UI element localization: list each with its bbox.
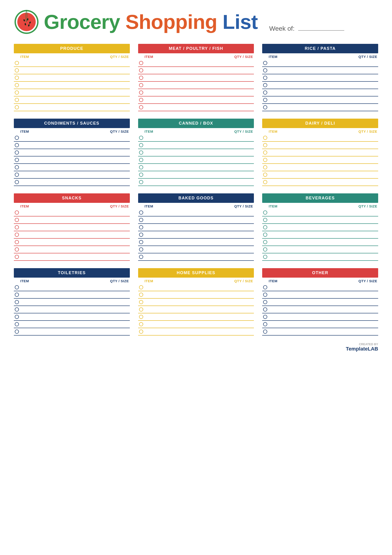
checkbox-circle[interactable]: [139, 225, 143, 229]
checkbox-circle[interactable]: [263, 105, 267, 110]
checkbox-circle[interactable]: [15, 83, 19, 87]
checkbox-circle[interactable]: [139, 315, 143, 319]
checkbox-circle[interactable]: [263, 329, 267, 334]
qty-field: [341, 136, 377, 140]
checkbox-circle[interactable]: [15, 143, 19, 147]
checkbox-circle[interactable]: [139, 173, 143, 177]
checkbox-circle[interactable]: [15, 158, 19, 162]
checkbox-circle[interactable]: [15, 247, 19, 252]
checkbox-circle[interactable]: [139, 329, 143, 334]
checkbox-circle[interactable]: [15, 225, 19, 229]
checkbox-circle[interactable]: [15, 255, 19, 259]
checkbox-circle[interactable]: [139, 233, 143, 237]
checkbox-circle[interactable]: [139, 98, 143, 102]
checkbox-circle[interactable]: [263, 180, 267, 184]
item-field: [269, 293, 341, 297]
checkbox-circle[interactable]: [263, 211, 267, 215]
checkbox-circle[interactable]: [15, 315, 19, 319]
checkbox-circle[interactable]: [263, 293, 267, 297]
checkbox-circle[interactable]: [139, 218, 143, 222]
checkbox-circle[interactable]: [15, 293, 19, 297]
checkbox-circle[interactable]: [263, 76, 267, 80]
checkbox-circle[interactable]: [139, 247, 143, 252]
page-header: Grocery Shopping List Week of:: [14, 9, 378, 35]
col-qty-home: QTY / SIZE: [234, 279, 253, 283]
checkbox-circle[interactable]: [139, 180, 143, 184]
checkbox-circle[interactable]: [139, 285, 143, 289]
checkbox-circle[interactable]: [15, 90, 19, 95]
checkbox-circle[interactable]: [139, 211, 143, 215]
checkbox-circle[interactable]: [15, 68, 19, 73]
table-row: [14, 67, 130, 74]
checkbox-circle[interactable]: [139, 83, 143, 87]
checkbox-circle[interactable]: [139, 150, 143, 155]
checkbox-circle[interactable]: [15, 329, 19, 334]
checkbox-circle[interactable]: [15, 136, 19, 140]
checkbox-circle[interactable]: [139, 105, 143, 110]
checkbox-circle[interactable]: [263, 98, 267, 102]
checkbox-circle[interactable]: [15, 76, 19, 80]
checkbox-circle[interactable]: [139, 307, 143, 312]
item-field: [145, 211, 217, 215]
checkbox-circle[interactable]: [263, 300, 267, 304]
checkbox-circle[interactable]: [15, 150, 19, 155]
checkbox-circle[interactable]: [263, 90, 267, 95]
checkbox-circle[interactable]: [15, 173, 19, 177]
checkbox-circle[interactable]: [263, 240, 267, 244]
col-headers-canned: ITEMQTY / SIZE: [138, 128, 254, 134]
checkbox-circle[interactable]: [15, 233, 19, 237]
checkbox-circle[interactable]: [139, 68, 143, 73]
checkbox-circle[interactable]: [139, 143, 143, 147]
checkbox-circle[interactable]: [15, 307, 19, 312]
checkbox-circle[interactable]: [263, 158, 267, 162]
checkbox-circle[interactable]: [15, 105, 19, 110]
checkbox-circle[interactable]: [139, 240, 143, 244]
col-qty-condiments: QTY / SIZE: [110, 130, 129, 133]
checkbox-circle[interactable]: [263, 218, 267, 222]
checkbox-circle[interactable]: [15, 211, 19, 215]
qty-field: [217, 180, 253, 184]
checkbox-circle[interactable]: [263, 143, 267, 147]
checkbox-circle[interactable]: [15, 240, 19, 244]
checkbox-circle[interactable]: [263, 233, 267, 237]
checkbox-circle[interactable]: [15, 180, 19, 184]
checkbox-circle[interactable]: [263, 307, 267, 312]
checkbox-circle[interactable]: [263, 61, 267, 65]
checkbox-circle[interactable]: [15, 61, 19, 65]
item-field: [145, 105, 217, 110]
checkbox-circle[interactable]: [263, 150, 267, 155]
checkbox-circle[interactable]: [139, 90, 143, 95]
checkbox-circle[interactable]: [15, 218, 19, 222]
checkbox-circle[interactable]: [263, 255, 267, 259]
checkbox-circle[interactable]: [139, 293, 143, 297]
checkbox-circle[interactable]: [263, 322, 267, 326]
checkbox-circle[interactable]: [139, 322, 143, 326]
checkbox-circle[interactable]: [139, 300, 143, 304]
qty-field: [93, 255, 129, 259]
qty-field: [341, 105, 377, 110]
checkbox-circle[interactable]: [263, 315, 267, 319]
item-field: [21, 68, 93, 73]
checkbox-circle[interactable]: [263, 285, 267, 289]
qty-field: [217, 300, 253, 304]
item-field: [269, 68, 341, 73]
checkbox-circle[interactable]: [139, 165, 143, 169]
checkbox-circle[interactable]: [263, 247, 267, 252]
checkbox-circle[interactable]: [263, 225, 267, 229]
item-field: [269, 240, 341, 244]
checkbox-circle[interactable]: [263, 165, 267, 169]
checkbox-circle[interactable]: [139, 61, 143, 65]
checkbox-circle[interactable]: [15, 300, 19, 304]
checkbox-circle[interactable]: [139, 158, 143, 162]
checkbox-circle[interactable]: [15, 98, 19, 102]
checkbox-circle[interactable]: [139, 76, 143, 80]
checkbox-circle[interactable]: [263, 136, 267, 140]
checkbox-circle[interactable]: [15, 322, 19, 326]
checkbox-circle[interactable]: [15, 285, 19, 289]
checkbox-circle[interactable]: [15, 165, 19, 169]
checkbox-circle[interactable]: [263, 83, 267, 87]
checkbox-circle[interactable]: [263, 68, 267, 73]
checkbox-circle[interactable]: [139, 136, 143, 140]
checkbox-circle[interactable]: [263, 173, 267, 177]
checkbox-circle[interactable]: [139, 255, 143, 259]
